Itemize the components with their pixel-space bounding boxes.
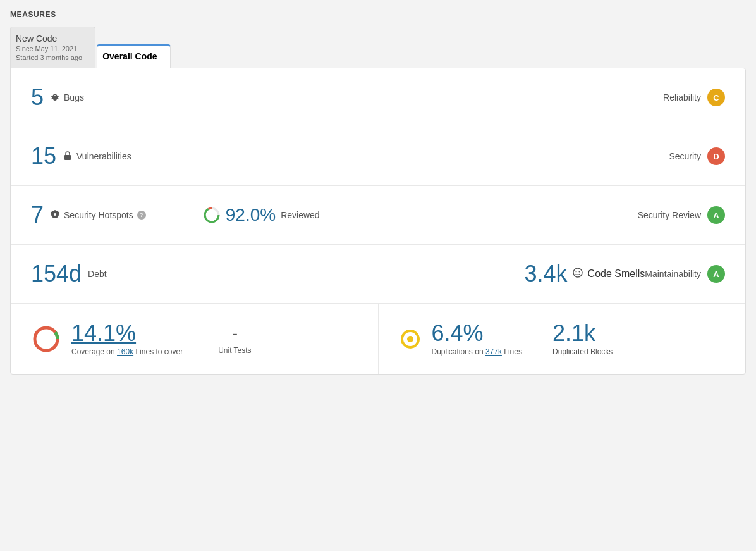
vulnerabilities-left: 15 Vulnerabilities <box>31 145 669 168</box>
dup-percent[interactable]: 6.4% <box>432 322 522 345</box>
bugs-left: 5 Bugs <box>31 86 663 109</box>
review-donut-icon <box>203 206 221 224</box>
debt-label: Debt <box>88 269 107 279</box>
dup-blocks-value[interactable]: 2.1k <box>552 322 613 345</box>
tab-overall-code-label: Overall Code <box>102 51 157 61</box>
duplications-donut-icon <box>399 328 422 350</box>
vulnerabilities-right: Security D <box>669 147 725 165</box>
code-smells-label: Code Smells <box>588 268 645 280</box>
bottom-row: 14.1% Coverage on 160k Lines to cover - … <box>11 304 745 374</box>
dup-info: 6.4% Duplications on 377k Lines <box>432 322 522 356</box>
coverage-donut-icon <box>31 324 61 354</box>
svg-rect-0 <box>64 155 71 160</box>
debt-group: 154d Debt <box>31 263 480 285</box>
coverage-lines-link[interactable]: 160k <box>117 347 133 356</box>
security-hotspots-help-icon[interactable]: ? <box>137 211 146 220</box>
svg-point-8 <box>35 328 58 350</box>
maintainability-right: Maintainability A <box>645 265 725 283</box>
dup-blocks-group: 2.1k Duplicated Blocks <box>552 322 613 356</box>
security-review-category: Security Review <box>638 210 701 220</box>
tabs-container: New Code Since May 11, 2021 Started 3 mo… <box>10 27 746 68</box>
svg-point-11 <box>407 336 413 342</box>
maintainability-row: 154d Debt 3.4k Code Smells <box>11 245 745 304</box>
coverage-section: 14.1% Coverage on 160k Lines to cover - … <box>11 304 379 374</box>
code-smells-group: 3.4k Code Smells <box>525 263 645 285</box>
vulnerabilities-value[interactable]: 15 <box>31 145 56 168</box>
reviewed-label: Reviewed <box>281 210 319 220</box>
svg-point-1 <box>54 213 56 216</box>
review-group: 92.0% Reviewed <box>203 205 320 225</box>
tab-overall-code[interactable]: Overall Code <box>97 44 170 68</box>
face-icon <box>573 268 583 280</box>
maintainability-badge: A <box>707 265 725 283</box>
maintainability-category: Maintainability <box>645 269 701 279</box>
dup-blocks-label: Duplicated Blocks <box>552 347 613 356</box>
shield-icon <box>50 209 60 221</box>
bugs-category: Reliability <box>663 92 701 102</box>
coverage-sub: Coverage on 160k Lines to cover <box>71 347 183 356</box>
coverage-content: 14.1% Coverage on 160k Lines to cover - … <box>31 322 358 356</box>
bugs-value[interactable]: 5 <box>31 86 44 109</box>
svg-point-6 <box>575 271 576 273</box>
vulnerabilities-row: 15 Vulnerabilities Security D <box>11 127 745 186</box>
svg-point-7 <box>578 271 580 273</box>
dup-sub: Duplications on 377k Lines <box>432 347 522 356</box>
duplications-section: 6.4% Duplications on 377k Lines 2.1k Dup… <box>379 304 746 374</box>
code-smells-value[interactable]: 3.4k <box>525 263 568 285</box>
coverage-percent[interactable]: 14.1% <box>71 322 183 345</box>
security-hotspots-label-group: Security Hotspots ? <box>50 209 146 221</box>
bugs-label-group: Bugs <box>50 92 84 104</box>
dup-content: 6.4% Duplications on 377k Lines 2.1k Dup… <box>399 322 726 356</box>
lock-icon <box>63 151 73 163</box>
svg-point-5 <box>573 268 582 277</box>
security-hotspots-left: 7 Security Hotspots ? <box>31 204 638 226</box>
vulnerabilities-label-group: Vulnerabilities <box>63 151 131 163</box>
tab-new-code-label: New Code <box>16 34 57 44</box>
vulnerabilities-category: Security <box>669 151 701 161</box>
coverage-info: 14.1% Coverage on 160k Lines to cover <box>71 322 183 356</box>
bug-icon <box>50 92 60 104</box>
review-percent[interactable]: 92.0% <box>226 205 276 225</box>
tab-new-code[interactable]: New Code Since May 11, 2021 Started 3 mo… <box>10 27 95 68</box>
content-area: 5 Bugs Reliability C 15 <box>10 68 746 375</box>
bugs-row: 5 Bugs Reliability C <box>11 68 745 127</box>
unit-tests-group: - Unit Tests <box>218 323 251 355</box>
dup-lines-link[interactable]: 377k <box>485 347 502 356</box>
security-hotspots-row: 7 Security Hotspots ? <box>11 186 745 245</box>
unit-tests-label: Unit Tests <box>218 346 251 355</box>
security-hotspots-value[interactable]: 7 <box>31 204 44 226</box>
debt-value[interactable]: 154d <box>31 263 82 285</box>
tab-new-code-subtitle1: Since May 11, 2021 <box>16 45 82 53</box>
bugs-label: Bugs <box>64 92 84 102</box>
bugs-right: Reliability C <box>663 89 725 106</box>
unit-tests-value: - <box>232 323 238 344</box>
maintainability-left: 154d Debt 3.4k Code Smells <box>31 263 645 285</box>
measures-title: MEASURES <box>10 10 746 19</box>
security-hotspots-badge: A <box>707 206 725 224</box>
security-hotspots-right: Security Review A <box>638 206 725 224</box>
security-hotspots-label: Security Hotspots <box>64 210 133 220</box>
vulnerabilities-label: Vulnerabilities <box>76 151 131 161</box>
vulnerabilities-badge: D <box>707 147 725 165</box>
tab-new-code-subtitle2: Started 3 months ago <box>16 54 82 61</box>
bugs-badge: C <box>707 89 725 106</box>
